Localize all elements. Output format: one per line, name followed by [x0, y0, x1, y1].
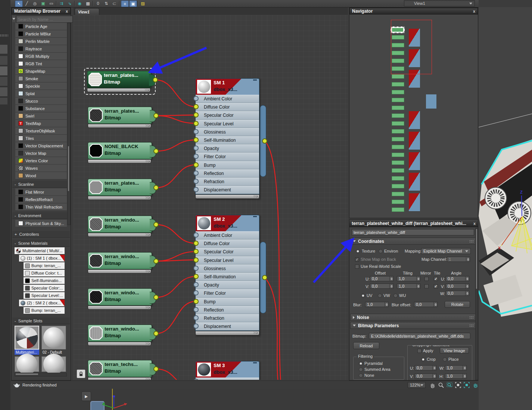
parameter-editor-toggle-icon[interactable]: ▣	[129, 0, 137, 7]
bitmap-node-footer[interactable]	[88, 196, 151, 200]
close-icon[interactable]: x	[473, 221, 476, 226]
material-output-socket-sm2[interactable]	[262, 275, 267, 280]
group-controllers[interactable]: +Controllers	[12, 231, 70, 238]
slot-diffuse-color[interactable]: Diffuse Color	[196, 240, 259, 248]
pick-material-from-object-icon[interactable]: ╱	[23, 0, 30, 6]
group-environment[interactable]: -Environment	[12, 212, 70, 219]
navigator-minimap[interactable]	[350, 15, 477, 217]
map-entry-smoke[interactable]: Smoke	[15, 75, 67, 82]
slot-reflection[interactable]: Reflection	[196, 169, 259, 178]
input-socket-self-illumination[interactable]	[193, 137, 199, 143]
map-entry-textureobjmask[interactable]: TextureObjMask	[15, 127, 67, 135]
scene-material-2-sm-2-dbox[interactable]: (2) : SM 2 ( dbox...	[19, 300, 65, 306]
crop-v-spinner[interactable]: 0,0	[415, 373, 436, 379]
params-scrollbar[interactable]	[475, 228, 478, 380]
slot-specular-color[interactable]: Specular Color	[196, 248, 259, 256]
input-socket-specular-level[interactable]	[193, 121, 199, 126]
bitmap-node-footer[interactable]	[88, 233, 151, 237]
material-node-footer[interactable]	[195, 331, 259, 335]
slot-displacement[interactable]: Displacement	[196, 186, 259, 194]
output-socket-n4[interactable]	[153, 185, 159, 190]
slot-bump[interactable]: Bump	[196, 161, 259, 169]
material-node-sm3[interactable]: SM 3dbox_x3...Ambient ColorDiffuse Color…	[195, 361, 259, 380]
map-entry-textmap[interactable]: TTextMap	[15, 120, 67, 127]
map-entry-particle-mblur[interactable]: Particle MBlur	[15, 30, 67, 38]
lock-icon[interactable]	[77, 369, 85, 378]
output-socket-n6[interactable]	[153, 259, 159, 264]
zoom-region-icon[interactable]	[446, 382, 453, 388]
delete-selected-icon[interactable]: ▭	[48, 0, 55, 6]
tile-u-checkbox[interactable]	[434, 277, 438, 281]
select-by-material-icon[interactable]: ▨	[139, 0, 146, 6]
show-background-icon[interactable]: ▩	[84, 0, 91, 6]
search-input[interactable]	[16, 16, 73, 23]
bitmap-node-n2[interactable]: terran_plates...Bitmap	[88, 107, 152, 124]
tile-v-checkbox[interactable]	[434, 284, 438, 288]
material-output-socket-sm1[interactable]	[262, 138, 267, 144]
map-channel-spinner[interactable]: 1	[447, 257, 470, 262]
pyramidal-radio[interactable]	[359, 362, 363, 366]
bitmap-node-footer[interactable]	[88, 124, 151, 128]
output-socket-n9[interactable]	[153, 366, 159, 372]
tab-view1[interactable]: View1	[75, 8, 99, 15]
rollout-bitmap-parameters[interactable]: Bitmap Parameters	[350, 322, 476, 329]
map-entry-speckle[interactable]: Speckle	[15, 82, 67, 90]
pan-to-selected-icon[interactable]	[472, 382, 479, 388]
angle-u-spinner[interactable]: 0,0	[446, 276, 469, 281]
slot-refraction[interactable]: Refraction	[196, 314, 259, 322]
show-map-on-back-checkbox[interactable]	[355, 257, 359, 262]
map-entry-particle-age[interactable]: Particle Age	[15, 23, 67, 30]
mirror-v-checkbox[interactable]	[424, 284, 429, 288]
none-radio[interactable]	[359, 373, 363, 378]
material-node-footer[interactable]	[195, 194, 259, 199]
use-real-world-scale-checkbox[interactable]	[355, 265, 359, 269]
map-entry-stucco[interactable]: Stucco	[15, 97, 67, 105]
uv-radio[interactable]	[361, 294, 365, 298]
bitmap-node-n4[interactable]: terran_plates...Bitmap	[88, 179, 152, 196]
scene-material-multimaterial-multi[interactable]: Multimaterial ( Multi/...	[15, 247, 65, 254]
input-socket-refraction[interactable]	[193, 179, 199, 184]
material-map-browser-toggle-icon[interactable]: ≡	[121, 0, 129, 7]
tiling-u-spinner[interactable]: 1,0	[397, 276, 420, 281]
browser-scrollbar[interactable]	[67, 23, 71, 225]
offset-v-spinner[interactable]: 0,0	[370, 284, 393, 289]
map-entry-substance[interactable]: Substance	[15, 105, 67, 112]
slot-filter-color[interactable]: Filter Color	[196, 289, 259, 297]
tiling-v-spinner[interactable]: 1,0	[397, 284, 420, 289]
wu-radio[interactable]	[393, 294, 398, 298]
scene-material-bump-terran[interactable]: Bump: terran_...	[24, 262, 65, 269]
slot-diffuse-color[interactable]: Diffuse Color	[196, 103, 259, 111]
navigator-header[interactable]: Navigator x	[349, 8, 478, 15]
apply-checkbox[interactable]	[417, 349, 421, 353]
input-socket-bump[interactable]	[193, 162, 199, 168]
hide-unused-nodeslots-icon[interactable]: ⇘	[66, 0, 73, 6]
texture-radio[interactable]	[356, 249, 360, 253]
material-node-sm1[interactable]: SM 1dbox_x3...Ambient ColorDiffuse Color…	[195, 78, 259, 199]
environ-radio[interactable]	[379, 249, 383, 253]
slot-self-illumination[interactable]: Self-Illumination	[196, 136, 259, 144]
place-children-icon[interactable]: ▣	[40, 0, 47, 6]
zoom-level-dropdown[interactable]: 122%	[408, 382, 426, 388]
summed-area-radio[interactable]	[359, 367, 363, 372]
active-view-dropdown[interactable]: View1	[404, 0, 475, 6]
slot-displacement[interactable]: Displacement	[196, 322, 259, 331]
map-entry-waves[interactable]: Waves	[15, 165, 67, 172]
pan-hand-icon[interactable]	[429, 382, 436, 388]
output-socket-n3[interactable]	[153, 148, 159, 154]
map-entry-shapemap[interactable]: GShapeMap	[15, 68, 67, 75]
browser-header[interactable]: Material/Map Browser x	[12, 8, 71, 15]
map-entry-thin-wall-refraction[interactable]: Thin Wall Refraction	[15, 203, 67, 211]
rollout-noise[interactable]: Noise	[350, 314, 476, 321]
scene-material-1-sm-1-dbox[interactable]: (1) : SM 1 ( dbox...	[19, 255, 65, 262]
map-entry-splat[interactable]: Splat	[15, 90, 67, 97]
slot-specular-color[interactable]: Specular Color	[196, 111, 259, 119]
close-icon[interactable]: x	[66, 9, 68, 13]
viewport-3d[interactable]: Z X	[479, 7, 532, 410]
offset-u-spinner[interactable]: 0,0	[370, 276, 393, 281]
group-scanline[interactable]: -Scanline	[12, 181, 70, 188]
output-socket-n5[interactable]	[153, 222, 159, 227]
map-entry-vector-displacement[interactable]: Vector Displacement	[15, 142, 67, 150]
slot-specular-level[interactable]: Specular Level	[196, 120, 259, 128]
scene-material-bump-terran[interactable]: Bump: terran_...	[24, 307, 65, 314]
input-socket-reflection[interactable]	[193, 307, 199, 312]
